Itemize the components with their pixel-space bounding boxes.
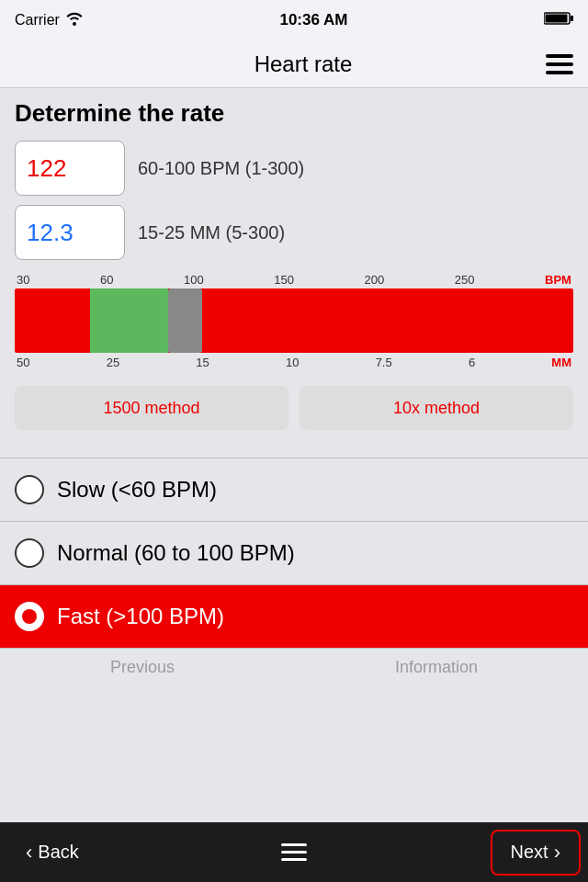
method-10x-button[interactable]: 10x method [300, 386, 573, 430]
radio-fast[interactable]: Fast (>100 BPM) [0, 585, 588, 649]
ruler-mm-label: MM [551, 356, 571, 369]
next-arrow-icon: › [554, 841, 560, 865]
ruler-top-250: 250 [455, 273, 475, 287]
ruler-bottom-25: 25 [107, 356, 119, 369]
radio-fast-circle [15, 602, 44, 631]
mm-input-label: 15-25 MM (5-300) [138, 222, 285, 243]
radio-slow[interactable]: Slow (<60 BPM) [0, 458, 588, 522]
toolbar-menu-icon[interactable] [281, 843, 307, 861]
svg-rect-2 [546, 15, 568, 23]
radio-fast-dot [22, 609, 37, 624]
time-display: 10:36 AM [279, 11, 347, 29]
nav-bar: Heart rate [0, 40, 588, 88]
ruler-slider[interactable] [168, 288, 201, 353]
inputs-stack: 60-100 BPM (1-300) 15-25 MM (5-300) [15, 141, 573, 260]
back-label: Back [38, 842, 78, 863]
mm-input-box[interactable] [15, 205, 125, 260]
carrier-label: Carrier [15, 12, 60, 28]
bpm-input-label: 60-100 BPM (1-300) [138, 158, 304, 179]
method-buttons: 1500 method 10x method [15, 386, 573, 430]
radio-fast-label: Fast (>100 BPM) [57, 604, 224, 629]
radio-normal-label: Normal (60 to 100 BPM) [57, 540, 295, 566]
bpm-input[interactable] [27, 154, 113, 183]
radio-normal[interactable]: Normal (60 to 100 BPM) [0, 522, 588, 585]
partial-prev-label: Previous [110, 658, 175, 677]
ruler-top-labels: 30 60 100 150 200 250 BPM [15, 273, 573, 287]
section-title: Determine the rate [15, 99, 573, 128]
status-bar: Carrier 10:36 AM [0, 0, 588, 40]
radio-normal-circle [15, 538, 44, 568]
svg-rect-1 [571, 16, 573, 21]
ruler-bottom-6: 6 [469, 356, 475, 369]
bpm-input-box[interactable] [15, 141, 125, 196]
toolbar: ‹ Back Next › [0, 822, 588, 882]
partial-info-label: Information [395, 658, 478, 677]
battery-icon [544, 11, 573, 29]
radio-slow-label: Slow (<60 BPM) [57, 477, 217, 503]
mm-input[interactable] [27, 219, 113, 247]
ruler-top-60: 60 [100, 273, 113, 287]
radio-section: Slow (<60 BPM) Normal (60 to 100 BPM) Fa… [0, 458, 588, 649]
ruler-top-30: 30 [17, 273, 29, 287]
page-title: Heart rate [61, 51, 546, 77]
next-button[interactable]: Next › [491, 830, 581, 876]
partial-bottom-bar: Previous Information [0, 649, 588, 685]
ruler-chart: 30 60 100 150 200 250 BPM 50 25 15 10 7.… [15, 273, 573, 369]
ruler-bar[interactable] [15, 288, 573, 353]
status-left: Carrier [15, 11, 84, 29]
ruler-bottom-7.5: 7.5 [376, 356, 392, 369]
next-label: Next [511, 842, 548, 863]
back-arrow-icon: ‹ [26, 841, 32, 865]
back-button[interactable]: ‹ Back [7, 831, 97, 874]
ruler-top-150: 150 [274, 273, 294, 287]
ruler-bottom-15: 15 [196, 356, 209, 369]
ruler-bottom-10: 10 [286, 356, 299, 369]
ruler-bpm-label: BPM [545, 273, 571, 287]
ruler-bottom-labels: 50 25 15 10 7.5 6 MM [15, 356, 573, 369]
radio-slow-circle [15, 475, 44, 504]
ruler-normal-zone [90, 288, 168, 353]
method-1500-button[interactable]: 1500 method [15, 386, 288, 430]
ruler-bottom-50: 50 [17, 356, 29, 369]
main-content: Determine the rate 60-100 BPM (1-300) 15… [0, 88, 588, 458]
menu-icon[interactable] [546, 54, 573, 74]
ruler-top-100: 100 [184, 273, 204, 287]
ruler-top-200: 200 [365, 273, 385, 287]
wifi-icon [65, 11, 84, 29]
